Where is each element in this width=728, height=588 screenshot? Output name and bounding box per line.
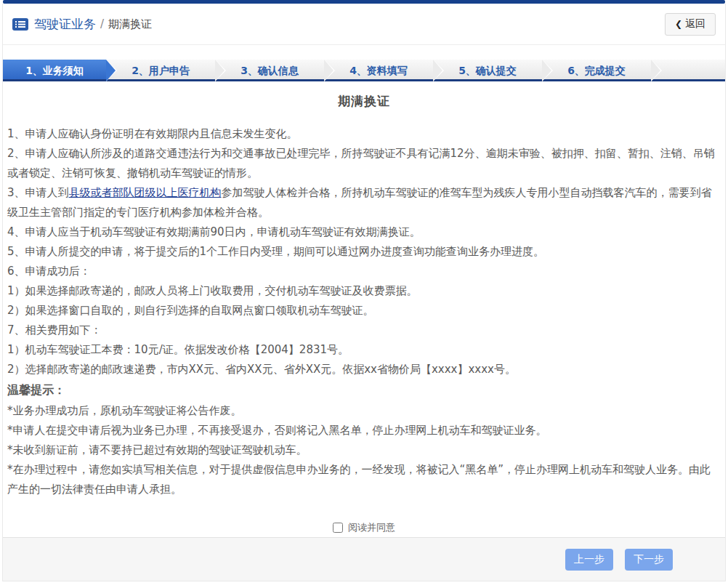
step-tab-complete-submit[interactable]: 6、完成提交 (542, 60, 651, 79)
notice-line-5: 5、申请人所提交的申请，将于提交后的1个工作日内受理，期间可以通过网办进度查询功… (7, 242, 721, 262)
tips-heading: 温馨提示： (7, 379, 721, 401)
tip-line-3: *未收到新证前，请不要持已超过有效期的驾驶证驾驶机动车。 (7, 440, 721, 460)
header: 驾驶证业务 / 期满换证 ❮ 返回 (3, 4, 725, 45)
previous-step-button[interactable]: 上一步 (565, 549, 613, 571)
notice-line-6-item-1: 1）如果选择邮政寄递的，邮政人员将上门收取费用，交付机动车驾驶证及收费票据。 (7, 281, 721, 301)
tip-line-4: *在办理过程中，请您如实填写相关信息，对于提供虚假信息申办业务的，一经发现，将被… (7, 460, 721, 499)
breadcrumb-current: 期满换证 (108, 17, 152, 31)
agree-label: 阅读并同意 (348, 521, 395, 534)
chevron-left-icon: ❮ (675, 19, 682, 29)
step-tab-user-declaration[interactable]: 2、用户申告 (106, 60, 215, 79)
agree-row: 阅读并同意 (3, 514, 725, 537)
notice-line-3: 3、申请人到县级或者部队团级以上医疗机构参加驾驶人体检并合格，所持机动车驾驶证的… (7, 183, 721, 222)
notice-line-6-item-2: 2）如果选择窗口自取的，则自行到选择的自取网点窗口领取机动车驾驶证。 (7, 301, 721, 321)
step-tab-confirm-submit[interactable]: 5、确认提交 (433, 60, 542, 79)
page-frame: 驾驶证业务 / 期满换证 ❮ 返回 1、业务须知 2、用户申告 3、确认信息 4… (2, 4, 726, 581)
step-tab-confirm-info[interactable]: 3、确认信息 (215, 60, 324, 79)
step-tab-fill-materials[interactable]: 4、资料填写 (324, 60, 433, 79)
notice-line-6: 6、申请成功后： (7, 262, 721, 281)
notice-line-4: 4、申请人应当于机动车驾驶证有效期满前90日内，申请机动车驾驶证有效期满换证。 (7, 222, 721, 242)
notice-line-7-item-1: 1）机动车驾驶证工本费：10元/证。依据发改价格【2004】2831号。 (7, 340, 721, 360)
steps-filler (651, 60, 725, 79)
tip-line-1: *业务办理成功后，原机动车驾驶证将公告作废。 (7, 401, 721, 421)
page: 驾驶证业务 / 期满换证 ❮ 返回 1、业务须知 2、用户申告 3、确认信息 4… (0, 0, 728, 588)
medical-institution-link[interactable]: 县级或者部队团级以上医疗机构 (69, 186, 222, 199)
next-step-button[interactable]: 下一步 (625, 549, 673, 571)
notice-content: 期满换证 1、申请人应确认身份证明在有效期限内且信息未发生变化。 2、申请人应确… (3, 81, 725, 514)
tip-line-2: *申请人在提交申请后视为业务已办理，不再接受退办，否则将记入黑名单，停止办理网上… (7, 421, 721, 440)
back-button-label: 返回 (685, 17, 705, 31)
agree-checkbox[interactable] (333, 523, 343, 533)
footer-actions: 上一步 下一步 (3, 537, 725, 581)
notice-line-3-prefix: 3、申请人到 (7, 186, 69, 199)
breadcrumb-separator: / (100, 17, 104, 31)
back-button[interactable]: ❮ 返回 (665, 13, 716, 36)
notice-line-7-item-2: 2）选择邮政寄递的邮政速递费，市内XX元、省内XX元、省外XX元。依据xx省物价… (7, 360, 721, 379)
page-title: 期满换证 (7, 93, 721, 110)
notice-line-7: 7、相关费用如下： (7, 321, 721, 340)
list-icon (12, 18, 28, 31)
notice-line-1: 1、申请人应确认身份证明在有效期限内且信息未发生变化。 (7, 124, 721, 144)
steps-bar: 1、业务须知 2、用户申告 3、确认信息 4、资料填写 5、确认提交 6、完成提… (3, 60, 725, 81)
step-tab-business-notice[interactable]: 1、业务须知 (3, 60, 106, 79)
breadcrumb-section: 驾驶证业务 (34, 16, 96, 33)
notice-line-2: 2、申请人应确认所涉及的道路交通违法行为和交通事故已处理完毕，所持驾驶证不具有记… (7, 144, 721, 183)
